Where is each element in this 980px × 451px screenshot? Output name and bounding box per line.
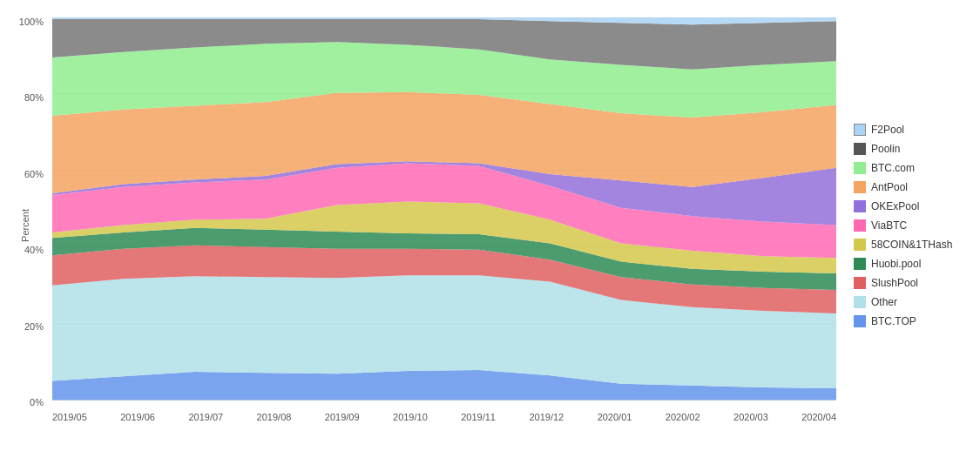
legend-item-btctop: BTC.TOP	[854, 315, 971, 327]
legend-label-btccom: BTC.com	[871, 162, 915, 174]
x-label-7: 2019/12	[529, 412, 564, 422]
legend-item-poolin: Poolin	[854, 143, 971, 155]
x-label-5: 2019/10	[393, 412, 428, 422]
y-label-20: 20%	[9, 322, 48, 332]
legend-label-huobipool: Huobi.pool	[871, 258, 921, 270]
legend-color-poolin	[854, 143, 866, 155]
legend-color-okexpool	[854, 200, 866, 212]
x-label-0: 2019/05	[52, 412, 87, 422]
legend-item-other: Other	[854, 296, 971, 308]
stacked-area-chart	[52, 17, 836, 401]
legend-color-btctop	[854, 315, 866, 327]
legend-color-f2pool	[854, 124, 866, 136]
legend-label-okexpool: OKExPool	[871, 200, 919, 212]
x-axis: 2019/05 2019/06 2019/07 2019/08 2019/09 …	[52, 407, 836, 442]
legend-item-antpool: AntPool	[854, 181, 971, 193]
legend-item-viabtc: ViaBTC	[854, 219, 971, 232]
x-label-2: 2019/07	[188, 412, 223, 422]
x-label-3: 2019/08	[257, 412, 292, 422]
legend-color-huobipool	[854, 258, 866, 270]
legend: F2Pool Poolin BTC.com AntPool OKExPool V…	[845, 9, 980, 442]
legend-item-f2pool: F2Pool	[854, 124, 971, 136]
legend-color-btccom	[854, 162, 866, 174]
legend-color-viabtc	[854, 219, 866, 232]
y-label-100: 100%	[9, 17, 48, 27]
legend-color-slushpool	[854, 277, 866, 289]
legend-color-58coin	[854, 239, 866, 251]
legend-item-slushpool: SlushPool	[854, 277, 971, 289]
legend-label-viabtc: ViaBTC	[871, 219, 907, 232]
x-label-8: 2020/01	[598, 412, 632, 422]
x-label-4: 2019/09	[325, 412, 360, 422]
legend-color-antpool	[854, 181, 866, 193]
legend-item-btccom: BTC.com	[854, 162, 971, 174]
y-label-60: 60%	[9, 170, 48, 179]
legend-color-other	[854, 296, 866, 308]
legend-item-okexpool: OKExPool	[854, 200, 971, 212]
x-label-9: 2020/02	[666, 412, 700, 422]
y-axis: 0% 20% 40% 60% 80% 100%	[9, 17, 48, 407]
chart-area: Percent 0% 20% 40% 60% 80% 100%	[9, 9, 845, 442]
y-label-0: 0%	[9, 398, 48, 407]
x-label-6: 2019/11	[461, 412, 496, 422]
legend-item-huobipool: Huobi.pool	[854, 258, 971, 270]
x-label-11: 2020/04	[801, 412, 836, 422]
legend-label-slushpool: SlushPool	[871, 277, 918, 289]
legend-label-other: Other	[871, 296, 897, 308]
chart-container: Percent 0% 20% 40% 60% 80% 100%	[0, 0, 980, 451]
x-label-1: 2019/06	[120, 412, 155, 422]
y-label-80: 80%	[9, 93, 48, 103]
legend-item-58coin: 58COIN&1THash	[854, 239, 971, 251]
y-label-40: 40%	[9, 246, 48, 255]
legend-label-f2pool: F2Pool	[871, 124, 904, 136]
legend-label-btctop: BTC.TOP	[871, 315, 916, 327]
legend-label-poolin: Poolin	[871, 143, 900, 155]
x-label-10: 2020/03	[733, 412, 768, 422]
legend-label-antpool: AntPool	[871, 181, 908, 193]
legend-label-58coin: 58COIN&1THash	[871, 239, 952, 251]
